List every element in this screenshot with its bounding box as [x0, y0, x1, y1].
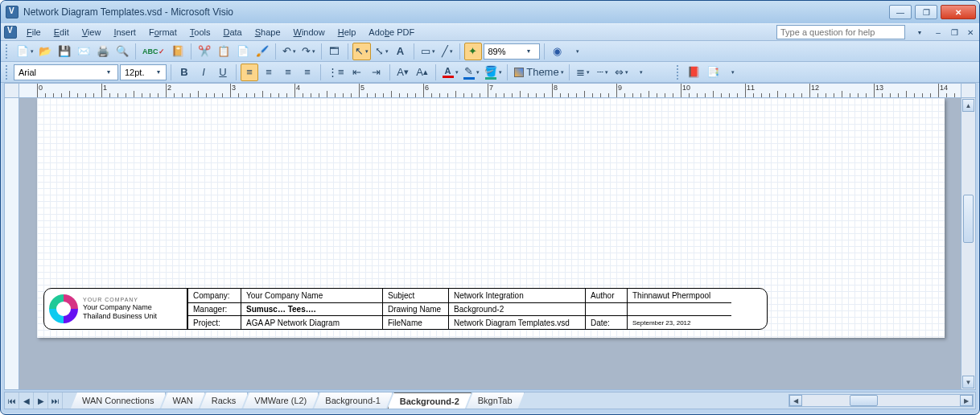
line-pattern-button[interactable]: ┄▾: [593, 64, 611, 81]
page-tab[interactable]: VMWare (L2): [243, 392, 319, 409]
shapes-window-button[interactable]: 🗔: [326, 43, 344, 60]
print-button[interactable]: 🖨️: [94, 43, 112, 60]
line-color-button[interactable]: ✎▾: [461, 64, 480, 81]
align-right-button[interactable]: ≡: [279, 64, 297, 81]
menu-window[interactable]: Window: [287, 26, 331, 39]
align-justify-button[interactable]: ≡: [299, 64, 316, 81]
tab-prev-button[interactable]: ◀: [19, 392, 34, 409]
tab-next-button[interactable]: ▶: [34, 392, 48, 409]
align-center-button[interactable]: ≡: [260, 64, 278, 81]
page-tab[interactable]: Background-1: [314, 392, 393, 409]
visio-help-button[interactable]: ◉: [549, 43, 566, 60]
drawing-page[interactable]: YOUR COMPANY Your Company Name Thailand …: [37, 98, 945, 338]
bullets-button[interactable]: ⋮≡: [325, 64, 347, 81]
title-block[interactable]: YOUR COMPANY Your Company Name Thailand …: [43, 288, 768, 330]
increase-fontsize-button[interactable]: A▴: [414, 64, 431, 81]
scroll-up-button[interactable]: ▲: [962, 99, 974, 112]
page-tab[interactable]: Racks: [200, 392, 249, 409]
mdi-minimize[interactable]: –: [933, 27, 944, 38]
rectangle-tool-button[interactable]: ▭▾: [418, 43, 436, 60]
new-button[interactable]: 📄▾: [14, 43, 35, 60]
undo-button[interactable]: ↶▾: [280, 43, 298, 60]
pdf-settings-button[interactable]: 📑: [704, 64, 722, 81]
paste-button[interactable]: 📄: [234, 43, 252, 60]
toolbar-overflow-2[interactable]: ▾: [632, 64, 649, 81]
ruler-corner[interactable]: [5, 84, 19, 98]
fill-color-button[interactable]: 🪣▾: [482, 64, 503, 81]
mdi-restore[interactable]: ❐: [949, 27, 960, 38]
connector-tool-button[interactable]: ⤡▾: [373, 43, 390, 60]
pointer-tool-button[interactable]: ↖▾: [352, 43, 371, 60]
page-tab[interactable]: Background-2: [388, 392, 471, 409]
font-size-combo[interactable]: ▾: [120, 64, 167, 80]
menu-view[interactable]: View: [76, 26, 108, 39]
copy-button[interactable]: 📋: [215, 43, 233, 60]
vertical-scrollbar[interactable]: ▲ ▼: [961, 98, 975, 389]
ruler-track[interactable]: 01234567891011121314: [19, 84, 961, 98]
scroll-down-button[interactable]: ▼: [962, 376, 974, 388]
print-preview-button[interactable]: 🔍: [113, 43, 131, 60]
horizontal-ruler[interactable]: 01234567891011121314: [5, 84, 975, 98]
hscroll-thumb[interactable]: [850, 395, 878, 406]
toolbar-grip[interactable]: [6, 44, 9, 59]
horizontal-scrollbar[interactable]: ◀ ▶: [789, 394, 974, 407]
page-tab[interactable]: WAN: [161, 392, 204, 409]
bold-button[interactable]: B: [175, 64, 193, 81]
toolbar-overflow[interactable]: ▾: [568, 43, 586, 60]
vscroll-thumb[interactable]: [963, 195, 974, 243]
tab-first-button[interactable]: ⏮: [5, 392, 19, 409]
title-bar[interactable]: Network Diagram Templates.vsd - Microsof…: [1, 1, 979, 23]
cut-button[interactable]: ✂️: [196, 43, 213, 60]
format-painter-button[interactable]: 🖌️: [253, 43, 271, 60]
help-dropdown[interactable]: ▼: [910, 23, 928, 41]
system-menu-icon[interactable]: [4, 26, 17, 39]
menu-help[interactable]: Help: [331, 26, 363, 39]
page-tab[interactable]: BkgnTab: [467, 392, 525, 409]
font-size-input[interactable]: [125, 66, 154, 79]
scroll-left-button[interactable]: ◀: [789, 395, 802, 406]
zoom-input[interactable]: [488, 45, 524, 58]
open-button[interactable]: 📂: [36, 43, 54, 60]
maximize-button[interactable]: ❐: [915, 5, 937, 19]
menu-adobe-pdf[interactable]: Adobe PDF: [362, 26, 421, 39]
tab-last-button[interactable]: ⏭: [48, 392, 63, 409]
menu-edit[interactable]: Edit: [47, 26, 76, 39]
menu-format[interactable]: Format: [142, 26, 183, 39]
font-color-button[interactable]: A▾: [440, 64, 459, 81]
italic-button[interactable]: I: [195, 64, 212, 81]
line-tool-button[interactable]: ╱▾: [438, 43, 455, 60]
increase-indent-button[interactable]: ⇥: [368, 64, 385, 81]
email-button[interactable]: ✉️: [75, 43, 93, 60]
menu-shape[interactable]: Shape: [249, 26, 287, 39]
toolbar-overflow-3[interactable]: ▾: [723, 64, 741, 81]
research-button[interactable]: 📔: [169, 43, 187, 60]
font-input[interactable]: [19, 66, 104, 79]
font-combo[interactable]: ▾: [14, 64, 118, 80]
zoom-combo[interactable]: ▾: [484, 43, 540, 60]
menu-tools[interactable]: Tools: [183, 26, 217, 39]
underline-button[interactable]: U: [214, 64, 232, 81]
spelling-button[interactable]: ABC✓: [140, 43, 167, 60]
close-button[interactable]: ✕: [941, 5, 976, 19]
line-weight-button[interactable]: ≣▾: [574, 64, 591, 81]
pdf-export-button[interactable]: 📕: [685, 64, 702, 81]
menu-file[interactable]: File: [20, 26, 47, 39]
decrease-indent-button[interactable]: ⇤: [348, 64, 366, 81]
toolbar-grip[interactable]: [677, 65, 680, 80]
scroll-right-button[interactable]: ▶: [960, 395, 973, 406]
menu-data[interactable]: Data: [216, 26, 248, 39]
align-left-button[interactable]: ≡: [241, 64, 258, 81]
mdi-close[interactable]: ✕: [965, 27, 976, 38]
text-tool-button[interactable]: A: [392, 43, 410, 60]
redo-button[interactable]: ↷▾: [299, 43, 317, 60]
save-button[interactable]: 💾: [56, 43, 73, 60]
decrease-fontsize-button[interactable]: A▾: [394, 64, 412, 81]
menu-insert[interactable]: Insert: [107, 26, 142, 39]
minimize-button[interactable]: —: [889, 5, 912, 19]
toolbar-grip[interactable]: [6, 65, 9, 80]
help-search-input[interactable]: [776, 25, 905, 39]
vertical-ruler[interactable]: [5, 98, 19, 389]
connection-point-tool[interactable]: ✦: [464, 43, 482, 60]
canvas[interactable]: YOUR COMPANY Your Company Name Thailand …: [19, 98, 961, 389]
page-tab[interactable]: WAN Connections: [71, 392, 166, 409]
